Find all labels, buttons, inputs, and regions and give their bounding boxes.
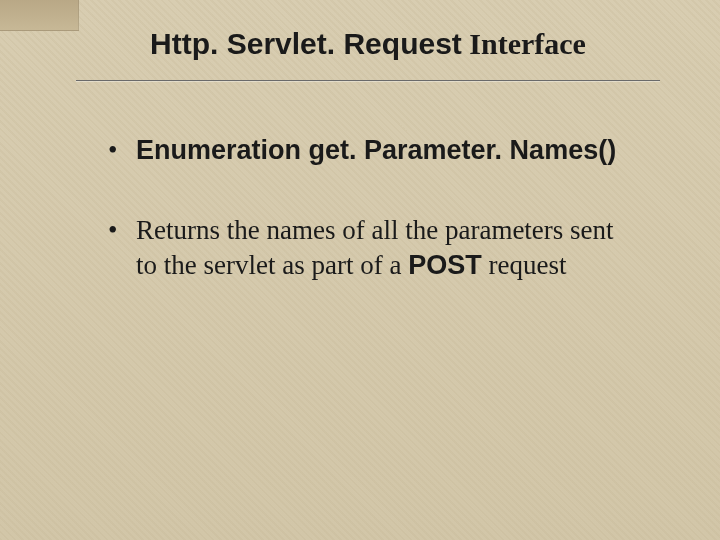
bullet-item-method: Enumeration get. Parameter. Names() xyxy=(108,133,632,169)
bullet-text-method: Enumeration get. Parameter. Names() xyxy=(136,135,616,165)
bullet-item-description: Returns the names of all the parameters … xyxy=(108,213,632,284)
slide: Http. Servlet. Request Interface Enumera… xyxy=(0,0,720,540)
bullet-desc-bold: POST xyxy=(408,250,482,280)
title-part-2: Interface xyxy=(469,27,586,60)
bullet-list: Enumeration get. Parameter. Names() Retu… xyxy=(108,133,632,284)
bullet-desc-suffix: request xyxy=(482,250,567,280)
slide-body: Enumeration get. Parameter. Names() Retu… xyxy=(64,81,672,284)
corner-accent xyxy=(0,0,79,31)
title-part-1: Http. Servlet. Request xyxy=(150,27,462,60)
slide-title: Http. Servlet. Request Interface xyxy=(64,26,672,62)
